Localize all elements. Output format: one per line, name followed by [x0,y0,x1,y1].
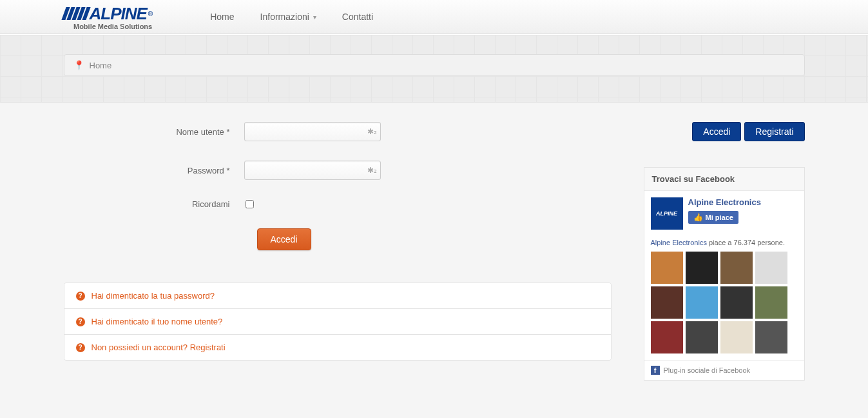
side-register-button[interactable]: Registrati [744,122,804,141]
forgot-username-link[interactable]: ? Hai dimenticato il tuo nome utente? [64,308,611,334]
remember-checkbox[interactable] [246,200,254,208]
facebook-fan-grid [651,252,798,353]
password-input[interactable] [244,161,381,180]
sidebar: Accedi Registrati Trovaci su Facebook AL… [644,122,805,381]
breadcrumb-band: 📍 Home [0,34,868,103]
forgot-password-text: Hai dimenticato la tua password? [92,291,215,301]
facebook-page-name[interactable]: Alpine Electronics [688,197,761,207]
username-input[interactable] [244,122,381,141]
facebook-header: Trovaci su Facebook [644,168,804,191]
facebook-stats-link[interactable]: Alpine Electronics [651,239,707,246]
avatar[interactable] [755,286,787,319]
forgot-username-text: Hai dimenticato il tuo nome utente? [92,317,223,326]
avatar[interactable] [720,252,753,284]
password-label: Password * [64,166,244,175]
facebook-widget: Trovaci su Facebook ALPINE Alpine Electr… [644,167,805,381]
breadcrumb: 📍 Home [64,54,805,76]
avatar[interactable] [686,286,718,319]
facebook-like-button[interactable]: 👍 Mi piace [688,211,738,224]
logo-text: ALPINE [90,4,147,24]
avatar[interactable] [720,286,753,319]
facebook-stats: Alpine Electronics piace a 76.374 person… [651,239,798,246]
logo-reg: ® [148,10,152,17]
avatar[interactable] [651,252,683,284]
logo[interactable]: ALPINE® Mobile Media Solutions [64,4,153,30]
avatar[interactable] [720,321,753,353]
breadcrumb-text: Home [90,61,112,70]
location-pin-icon: 📍 [73,60,84,70]
avatar[interactable] [686,321,718,353]
remember-label: Ricordami [64,199,244,209]
logo-stripes-icon [64,7,88,20]
question-icon: ? [76,343,85,352]
avatar[interactable] [686,252,718,284]
side-login-button[interactable]: Accedi [692,122,741,141]
question-icon: ? [76,317,85,326]
question-icon: ? [76,292,85,301]
username-label: Nome utente * [64,127,244,137]
facebook-page-logo[interactable]: ALPINE [651,197,683,230]
main-nav: Home Informazioni ▾ Contatti [210,12,373,22]
nav-informazioni[interactable]: Informazioni ▾ [260,12,316,22]
thumbs-up-icon: 👍 [693,213,703,222]
register-text: Non possiedi un account? Registrati [92,343,226,352]
help-links: ? Hai dimenticato la tua password? ? Hai… [64,283,612,361]
nav-info-label: Informazioni [260,12,309,22]
login-submit-button[interactable]: Accedi [257,228,311,250]
chevron-down-icon: ▾ [313,14,316,21]
nav-home[interactable]: Home [210,12,234,22]
login-form-area: Nome utente * ✱₂ Password * ✱₂ Ricordami… [64,122,612,361]
logo-subtitle: Mobile Media Solutions [64,23,153,30]
top-bar: ALPINE® Mobile Media Solutions Home Info… [0,0,868,34]
avatar[interactable] [755,321,787,353]
facebook-icon: f [651,366,660,375]
forgot-password-link[interactable]: ? Hai dimenticato la tua password? [64,283,611,308]
facebook-footer-text: Plug-in sociale di Facebook [664,366,751,374]
register-link[interactable]: ? Non possiedi un account? Registrati [64,334,611,360]
facebook-like-label: Mi piace [706,214,733,221]
facebook-stats-text: piace a 76.374 persone. [707,239,785,246]
facebook-footer: f Plug-in sociale di Facebook [644,360,804,380]
avatar[interactable] [651,286,683,319]
avatar[interactable] [651,321,683,353]
avatar[interactable] [755,252,787,284]
nav-contatti[interactable]: Contatti [342,12,373,22]
